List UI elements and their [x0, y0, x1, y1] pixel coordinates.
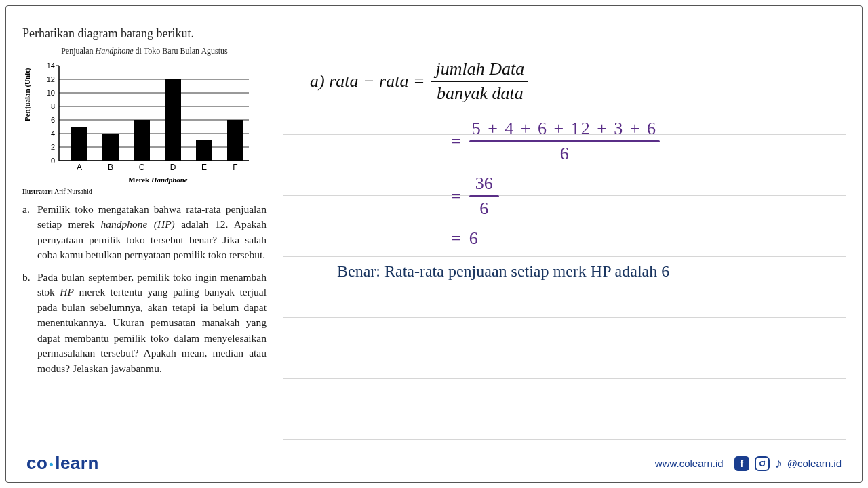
question-a: a. Pemilik toko mengatakan bahwa rata-ra…: [22, 202, 267, 263]
question-list: a. Pemilik toko mengatakan bahwa rata-ra…: [22, 202, 267, 376]
tiktok-icon[interactable]: ♪: [775, 456, 782, 471]
svg-text:D: D: [170, 163, 176, 172]
svg-text:2: 2: [51, 143, 55, 151]
facebook-icon[interactable]: f: [734, 456, 749, 471]
svg-point-31: [764, 460, 765, 462]
conclusion-text: Benar: Rata-rata penjuaan setiap merk HP…: [337, 262, 846, 281]
question-a-text: Pemilik toko mengatakan bahwa rata-rata …: [37, 202, 267, 263]
svg-text:14: 14: [47, 62, 55, 70]
formula-fraction: jumlah Data banyak data: [431, 59, 528, 104]
svg-text:A: A: [77, 163, 82, 172]
svg-rect-23: [227, 120, 243, 161]
illustrator-credit: Ilustrator: Arif Nursahid: [22, 188, 267, 195]
svg-text:0: 0: [51, 157, 55, 165]
dot-icon: •: [49, 458, 54, 472]
formula-definition: a) rata − rata = jumlah Data banyak data: [310, 59, 846, 104]
svg-rect-22: [196, 140, 212, 161]
svg-text:E: E: [201, 163, 207, 172]
chart-title: Penjualan Handphone di Toko Baru Bulan A…: [22, 46, 267, 56]
website-url[interactable]: www.colearn.id: [655, 458, 724, 469]
social-links: f ♪ @colearn.id: [734, 456, 842, 471]
x-ticks: A B C D E F: [77, 163, 238, 172]
step-3: = 6: [451, 228, 846, 249]
svg-text:10: 10: [47, 89, 55, 97]
chart-area: Penjualan (Unit) 0 2 4 6: [22, 59, 267, 174]
page-frame: Perhatikan diagram batang berikut. Penju…: [5, 5, 863, 483]
question-panel: Perhatikan diagram batang berikut. Penju…: [22, 26, 267, 442]
question-b-text: Pada bulan september, pemilik toko ingin…: [37, 270, 267, 376]
chart-ylabel: Penjualan (Unit): [23, 112, 31, 121]
step-1: = 5 + 4 + 6 + 12 + 3 + 6 6: [451, 119, 846, 164]
social-handle[interactable]: @colearn.id: [787, 458, 842, 469]
svg-point-30: [760, 461, 764, 465]
svg-text:8: 8: [51, 102, 55, 110]
svg-rect-21: [165, 79, 181, 161]
footer-right: www.colearn.id f ♪ @colearn.id: [655, 456, 842, 471]
svg-text:B: B: [108, 163, 113, 172]
footer: co•learn www.colearn.id f ♪ @colearn.id: [22, 447, 846, 475]
content-row: Perhatikan diagram batang berikut. Penju…: [22, 26, 846, 442]
svg-text:12: 12: [47, 75, 55, 83]
svg-text:4: 4: [51, 129, 55, 138]
svg-rect-18: [71, 127, 87, 161]
svg-text:F: F: [233, 163, 237, 172]
step-2: = 36 6: [451, 174, 846, 219]
chart-xlabel: Merek Handphone: [50, 176, 267, 184]
intro-text: Perhatikan diagram batang berikut.: [22, 26, 267, 41]
solution-panel: a) rata − rata = jumlah Data banyak data…: [283, 26, 846, 442]
bar-chart: 0 2 4 6 8 10 12 14: [32, 59, 256, 174]
instagram-icon[interactable]: [755, 456, 770, 471]
svg-text:6: 6: [51, 116, 55, 124]
question-b: b. Pada bulan september, pemilik toko in…: [22, 270, 267, 376]
svg-rect-19: [102, 134, 119, 161]
svg-text:C: C: [139, 163, 145, 172]
svg-rect-20: [134, 120, 150, 161]
brand-logo: co•learn: [26, 453, 99, 474]
